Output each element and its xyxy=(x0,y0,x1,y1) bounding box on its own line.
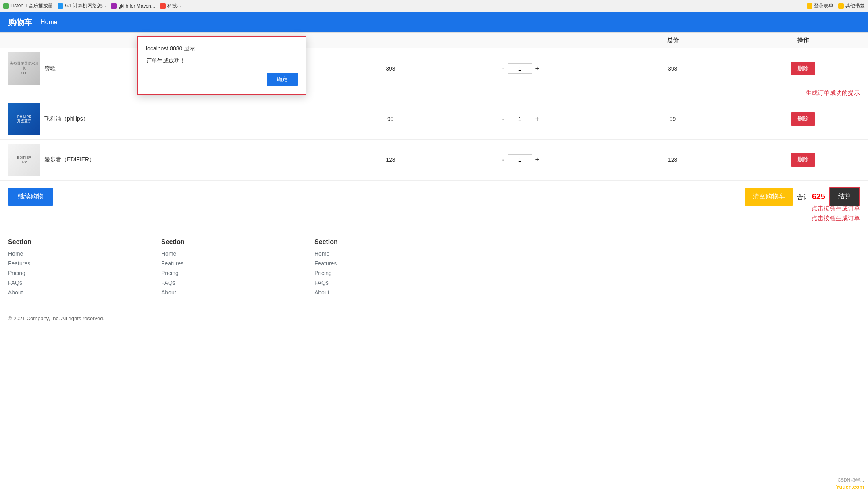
favicon-4 xyxy=(160,3,166,9)
favicon-3 xyxy=(111,3,117,9)
tab-label-2: 6.1 计算机网络怎... xyxy=(65,2,106,9)
favicon-1 xyxy=(3,3,9,9)
dialog-confirm-button[interactable]: 确定 xyxy=(267,73,298,86)
browser-tab-2[interactable]: 6.1 计算机网络怎... xyxy=(58,2,106,9)
tab-label-3: gklib for Maven... xyxy=(118,3,155,9)
tab-label-6: 其他书签 xyxy=(845,2,865,9)
browser-tab-4[interactable]: 科技... xyxy=(160,2,181,9)
navbar-brand: 购物车 xyxy=(8,17,32,28)
navbar: 购物车 Home xyxy=(0,12,868,32)
dialog-overlay: localhost:8080 显示 订单生成成功！ 确定 xyxy=(0,32,868,329)
dialog-title: localhost:8080 显示 xyxy=(146,45,298,52)
tab-label-4: 科技... xyxy=(167,2,181,9)
browser-tab-5[interactable]: 登录表单 xyxy=(807,2,833,9)
browser-tab-3[interactable]: gklib for Maven... xyxy=(111,3,155,9)
browser-tab-1[interactable]: Listen 1 音乐播放器 xyxy=(3,2,53,9)
dialog-message: 订单生成成功！ xyxy=(146,57,298,65)
main-content: localhost:8080 显示 订单生成成功！ 确定 商品 总价 操作 xyxy=(0,32,868,329)
favicon-6 xyxy=(838,3,844,9)
favicon-5 xyxy=(807,3,812,9)
tab-label-1: Listen 1 音乐播放器 xyxy=(10,2,53,9)
dialog-footer: 确定 xyxy=(146,73,298,86)
browser-tab-bar: Listen 1 音乐播放器 6.1 计算机网络怎... gklib for M… xyxy=(0,0,868,12)
browser-tab-6[interactable]: 其他书签 xyxy=(838,2,865,9)
favicon-2 xyxy=(58,3,63,9)
alert-dialog: localhost:8080 显示 订单生成成功！ 确定 xyxy=(137,36,306,95)
tab-label-5: 登录表单 xyxy=(814,2,833,9)
navbar-home-link[interactable]: Home xyxy=(40,19,58,26)
